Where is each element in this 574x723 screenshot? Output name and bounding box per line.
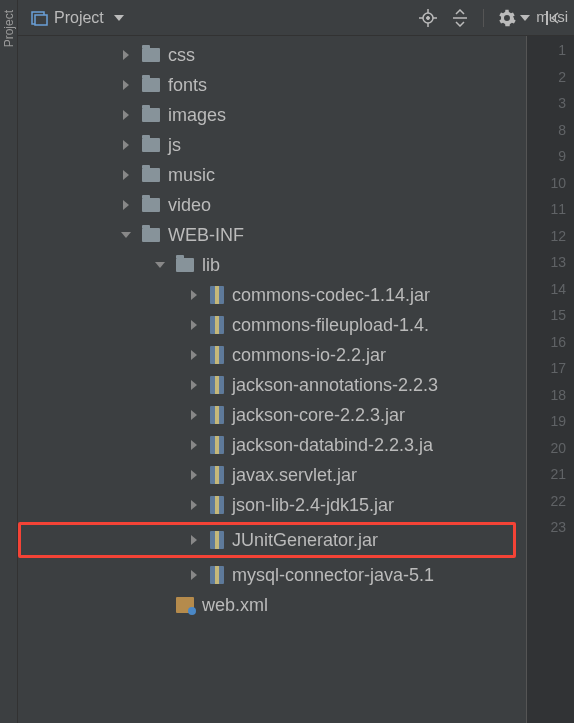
chevron-right-icon[interactable] bbox=[188, 409, 200, 421]
tree-item[interactable]: JUnitGenerator.jar bbox=[18, 522, 516, 558]
tree-item-label: commons-codec-1.14.jar bbox=[232, 285, 430, 306]
tree-item[interactable]: jackson-core-2.2.3.jar bbox=[18, 400, 526, 430]
archive-icon bbox=[210, 346, 224, 364]
chevron-right-icon[interactable] bbox=[188, 534, 200, 546]
folder-icon bbox=[176, 258, 194, 272]
chevron-right-icon bbox=[154, 599, 166, 611]
tree-item-label: WEB-INF bbox=[168, 225, 244, 246]
archive-icon bbox=[210, 406, 224, 424]
tree-item[interactable]: web.xml bbox=[18, 590, 526, 620]
chevron-down-icon[interactable] bbox=[120, 229, 132, 241]
chevron-right-icon[interactable] bbox=[188, 379, 200, 391]
tree-item[interactable]: lib bbox=[18, 250, 526, 280]
folder-icon bbox=[142, 108, 160, 122]
tree-item[interactable]: javax.servlet.jar bbox=[18, 460, 526, 490]
chevron-right-icon[interactable] bbox=[120, 109, 132, 121]
line-number: 23 bbox=[550, 519, 566, 535]
line-number: 20 bbox=[550, 440, 566, 456]
tree-item-label: JUnitGenerator.jar bbox=[232, 530, 378, 551]
tree-item-label: music bbox=[168, 165, 215, 186]
svg-rect-1 bbox=[35, 15, 47, 25]
line-number: 2 bbox=[558, 69, 566, 85]
tree-item-label: css bbox=[168, 45, 195, 66]
content-row: cssfontsimagesjsmusicvideoWEB-INFlibcomm… bbox=[18, 36, 574, 723]
tree-item-label: fonts bbox=[168, 75, 207, 96]
line-number: 8 bbox=[558, 122, 566, 138]
archive-icon bbox=[210, 566, 224, 584]
chevron-right-icon[interactable] bbox=[188, 319, 200, 331]
project-tree[interactable]: cssfontsimagesjsmusicvideoWEB-INFlibcomm… bbox=[18, 36, 526, 723]
line-number: 9 bbox=[558, 148, 566, 164]
tree-item[interactable]: music bbox=[18, 160, 526, 190]
toolbar-title[interactable]: Project bbox=[54, 9, 104, 27]
tree-item[interactable]: commons-fileupload-1.4. bbox=[18, 310, 526, 340]
tree-item[interactable]: js bbox=[18, 130, 526, 160]
tree-item[interactable]: fonts bbox=[18, 70, 526, 100]
chevron-down-icon[interactable] bbox=[154, 259, 166, 271]
tree-item-label: jackson-databind-2.2.3.ja bbox=[232, 435, 433, 456]
tree-item-label: lib bbox=[202, 255, 220, 276]
line-number: 16 bbox=[550, 334, 566, 350]
tree-item[interactable]: jackson-databind-2.2.3.ja bbox=[18, 430, 526, 460]
chevron-right-icon[interactable] bbox=[120, 139, 132, 151]
chevron-right-icon[interactable] bbox=[188, 469, 200, 481]
editor-tab-partial[interactable]: musi bbox=[536, 8, 568, 25]
folder-icon bbox=[142, 138, 160, 152]
chevron-right-icon[interactable] bbox=[120, 169, 132, 181]
chevron-right-icon[interactable] bbox=[188, 289, 200, 301]
tree-item[interactable]: WEB-INF bbox=[18, 220, 526, 250]
tree-item-label: commons-io-2.2.jar bbox=[232, 345, 386, 366]
locate-icon[interactable] bbox=[419, 9, 437, 27]
expand-all-icon[interactable] bbox=[451, 9, 469, 27]
chevron-right-icon[interactable] bbox=[120, 49, 132, 61]
line-number: 13 bbox=[550, 254, 566, 270]
tree-item-label: jackson-annotations-2.2.3 bbox=[232, 375, 438, 396]
tree-item[interactable]: css bbox=[18, 40, 526, 70]
tree-item-label: video bbox=[168, 195, 211, 216]
tree-item-label: json-lib-2.4-jdk15.jar bbox=[232, 495, 394, 516]
archive-icon bbox=[210, 316, 224, 334]
tree-item-label: mysql-connector-java-5.1 bbox=[232, 565, 434, 586]
line-number: 22 bbox=[550, 493, 566, 509]
line-number: 21 bbox=[550, 466, 566, 482]
toolbar-separator bbox=[483, 9, 484, 27]
side-tool-strip: Project bbox=[0, 0, 18, 723]
chevron-right-icon[interactable] bbox=[120, 199, 132, 211]
tree-item[interactable]: json-lib-2.4-jdk15.jar bbox=[18, 490, 526, 520]
line-number: 12 bbox=[550, 228, 566, 244]
settings-dropdown-icon[interactable] bbox=[520, 15, 530, 21]
chevron-right-icon[interactable] bbox=[188, 439, 200, 451]
chevron-right-icon[interactable] bbox=[188, 349, 200, 361]
tree-item[interactable]: video bbox=[18, 190, 526, 220]
line-number: 18 bbox=[550, 387, 566, 403]
editor-gutter: 123891011121314151617181920212223 bbox=[526, 36, 574, 723]
archive-icon bbox=[210, 466, 224, 484]
xml-file-icon bbox=[176, 597, 194, 613]
archive-icon bbox=[210, 531, 224, 549]
folder-icon bbox=[142, 48, 160, 62]
folder-icon bbox=[142, 198, 160, 212]
line-number: 17 bbox=[550, 360, 566, 376]
tree-item[interactable]: commons-io-2.2.jar bbox=[18, 340, 526, 370]
tree-item[interactable]: jackson-annotations-2.2.3 bbox=[18, 370, 526, 400]
main-area: Project cssfontsimagesjsmusicvideoWEB-IN… bbox=[18, 0, 574, 723]
settings-gear-icon[interactable] bbox=[498, 9, 516, 27]
svg-point-3 bbox=[427, 16, 430, 19]
tree-item-label: javax.servlet.jar bbox=[232, 465, 357, 486]
line-number: 3 bbox=[558, 95, 566, 111]
tree-item-label: images bbox=[168, 105, 226, 126]
tree-item[interactable]: mysql-connector-java-5.1 bbox=[18, 560, 526, 590]
tree-item[interactable]: images bbox=[18, 100, 526, 130]
view-mode-dropdown-icon[interactable] bbox=[114, 15, 124, 21]
project-toolbar: Project bbox=[18, 0, 574, 36]
chevron-right-icon[interactable] bbox=[188, 499, 200, 511]
archive-icon bbox=[210, 496, 224, 514]
line-number: 10 bbox=[550, 175, 566, 191]
side-tool-label[interactable]: Project bbox=[2, 10, 16, 47]
project-view-icon[interactable] bbox=[30, 9, 48, 27]
tree-item[interactable]: commons-codec-1.14.jar bbox=[18, 280, 526, 310]
chevron-right-icon[interactable] bbox=[120, 79, 132, 91]
chevron-right-icon[interactable] bbox=[188, 569, 200, 581]
archive-icon bbox=[210, 436, 224, 454]
archive-icon bbox=[210, 376, 224, 394]
